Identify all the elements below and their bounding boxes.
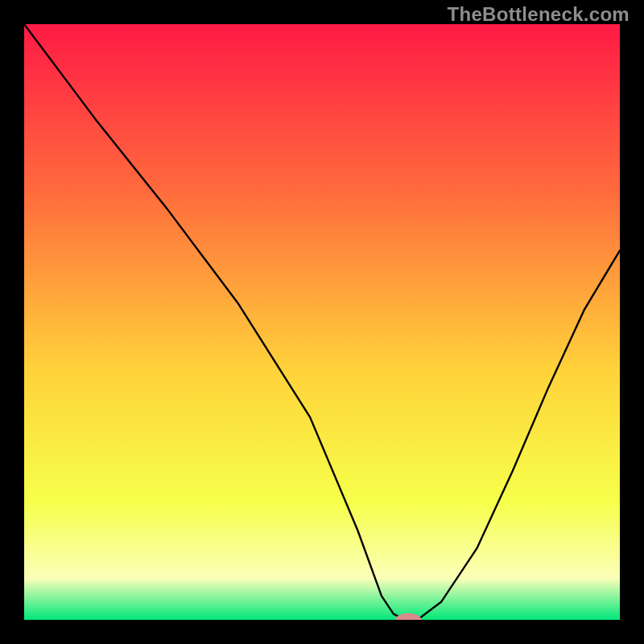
watermark-text: TheBottleneck.com: [448, 3, 630, 26]
heat-gradient-bg: [24, 24, 620, 620]
chart-svg: [24, 24, 620, 620]
chart-frame: TheBottleneck.com: [0, 0, 644, 644]
plot-area: [24, 24, 620, 620]
